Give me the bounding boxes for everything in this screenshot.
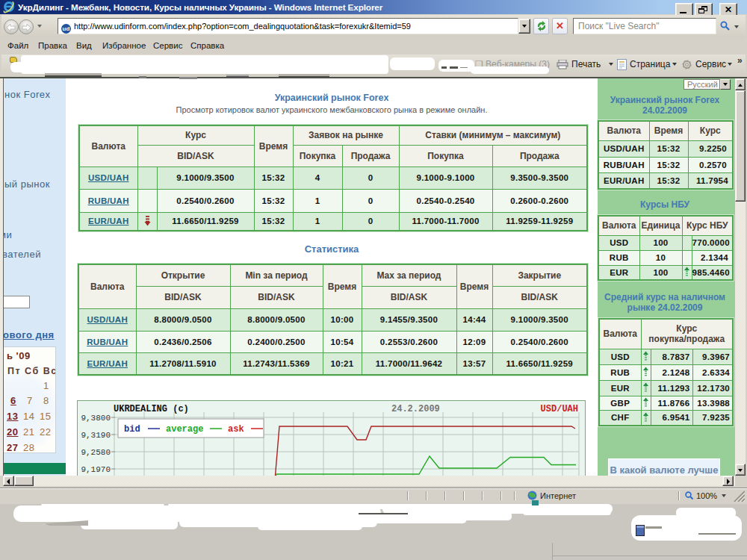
svg-text:9,1970: 9,1970 (81, 465, 111, 474)
svg-text:9,3190: 9,3190 (81, 431, 111, 440)
svg-text:9,2580: 9,2580 (81, 448, 111, 457)
svg-text:9,3800: 9,3800 (81, 414, 111, 423)
svg-text:24.2.2009: 24.2.2009 (391, 404, 440, 414)
svg-text:bid: bid (124, 424, 140, 435)
svg-text:UKRDEALING (c): UKRDEALING (c) (114, 404, 189, 414)
svg-text:USD/UAH: USD/UAH (541, 404, 578, 414)
svg-text:ask: ask (228, 424, 244, 435)
svg-text:average: average (166, 424, 203, 435)
